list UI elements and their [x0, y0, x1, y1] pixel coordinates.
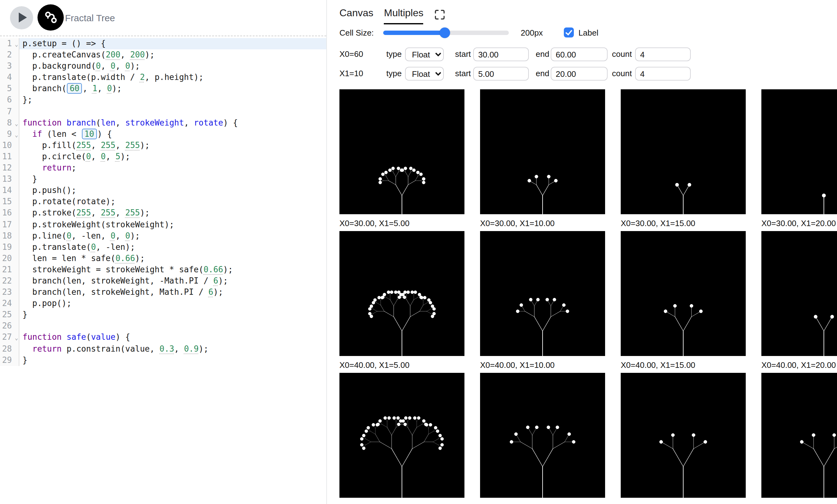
param-type-select[interactable]: Float	[405, 48, 444, 61]
code-line[interactable]: 4 p.translate(p.width / 2, p.height);	[0, 72, 326, 83]
code-line[interactable]: 26	[0, 321, 326, 332]
code-line-text[interactable]: branch(len, strokeWeight, -Math.PI / 6);	[19, 276, 326, 287]
line-number: 24	[0, 298, 19, 309]
code-line[interactable]: 16 p.stroke(255, 255, 255);	[0, 208, 326, 219]
code-line[interactable]: 24 p.pop();	[0, 298, 326, 309]
code-line-text[interactable]	[19, 321, 326, 332]
code-line-text[interactable]: p.translate(p.width / 2, p.height);	[19, 72, 326, 83]
run-button[interactable]	[10, 6, 33, 29]
param-count-input[interactable]	[635, 67, 691, 80]
code-line-text[interactable]: len = len * safe(0.66);	[19, 253, 326, 264]
code-line[interactable]: 10 p.fill(255, 255, 255);	[0, 140, 326, 151]
code-line-text[interactable]: function safe(value) {	[19, 332, 326, 343]
fold-arrow-icon[interactable]: ⌄	[15, 333, 18, 344]
code-line[interactable]: 11 p.circle(0, 0, 5);	[0, 151, 326, 162]
tab-multiples[interactable]: Multiples	[384, 7, 424, 24]
code-line-text[interactable]: }	[19, 354, 326, 366]
code-line-text[interactable]: p.rotate(rotate);	[19, 197, 326, 208]
multiples-cell: X0=30.00, X1=10.00	[480, 89, 605, 228]
tree-canvas	[621, 231, 746, 356]
code-line-text[interactable]: p.pop();	[19, 298, 326, 309]
code-editor[interactable]: 1⌄p.setup = () => {2 p.createCanvas(200,…	[0, 36, 326, 366]
code-line[interactable]: 28 return p.constrain(value, 0.3, 0.9);	[0, 343, 326, 354]
code-line-text[interactable]: p.circle(0, 0, 5);	[19, 151, 326, 162]
code-line[interactable]: 2 p.createCanvas(200, 200);	[0, 49, 326, 60]
code-line[interactable]: 25}	[0, 310, 326, 321]
code-line-text[interactable]: branch(len, strokeWeight, Math.PI / 6);	[19, 287, 326, 298]
code-line-text[interactable]: p.createCanvas(200, 200);	[19, 49, 326, 60]
line-number: 5	[0, 83, 19, 95]
code-line-text[interactable]: return;	[19, 162, 326, 174]
code-line-text[interactable]: p.stroke(255, 255, 255);	[19, 208, 326, 219]
fold-arrow-icon[interactable]: ⌄	[15, 118, 18, 129]
code-line-text[interactable]: p.background(0, 0, 0);	[19, 60, 326, 72]
cell-size-slider[interactable]	[383, 30, 509, 35]
line-number: 12	[0, 162, 19, 174]
param-count-input[interactable]	[635, 48, 691, 61]
multiples-cell: X0=50.00, X1=5.00	[339, 373, 464, 504]
number-scrubber-widget[interactable]: 60	[67, 83, 82, 94]
line-number: 21	[0, 264, 19, 276]
param-type-select[interactable]: Float	[405, 67, 444, 80]
code-line[interactable]: 29}	[0, 354, 326, 366]
code-line[interactable]: 27⌄function safe(value) {	[0, 332, 326, 343]
tab-canvas[interactable]: Canvas	[339, 7, 374, 23]
code-line[interactable]: 20 len = len * safe(0.66);	[0, 253, 326, 264]
code-line[interactable]: 14 p.push();	[0, 185, 326, 196]
code-line-text[interactable]: return p.constrain(value, 0.3, 0.9);	[19, 343, 326, 354]
code-line[interactable]: 22 branch(len, strokeWeight, -Math.PI / …	[0, 276, 326, 287]
code-line-text[interactable]: p.push();	[19, 185, 326, 196]
code-line-text[interactable]: if (len < 10) {	[19, 129, 326, 140]
code-line[interactable]: 12 return;	[0, 162, 326, 174]
view-tabs: Canvas Multiples	[339, 7, 446, 24]
line-number: 19	[0, 241, 19, 253]
code-line[interactable]: 23 branch(len, strokeWeight, Math.PI / 6…	[0, 287, 326, 298]
code-line[interactable]: 7	[0, 106, 326, 117]
code-line-text[interactable]	[19, 106, 326, 117]
code-line-text[interactable]: p.line(0, -len, 0, 0);	[19, 230, 326, 241]
count-label: count	[612, 69, 632, 78]
fold-arrow-icon[interactable]: ⌄	[15, 129, 18, 141]
code-line-text[interactable]: p.strokeWeight(strokeWeight);	[19, 219, 326, 230]
code-line-text[interactable]: function branch(len, strokeWeight, rotat…	[19, 117, 326, 128]
tangle-logo-icon[interactable]	[37, 4, 64, 31]
number-scrubber-widget[interactable]: 10	[82, 129, 96, 139]
param-start-input[interactable]	[473, 67, 529, 80]
code-line-text[interactable]: strokeWeight = strokeWeight * safe(0.66)…	[19, 264, 326, 276]
code-line-text[interactable]: branch(60, 1, 0);	[19, 83, 326, 95]
multiples-grid[interactable]: X0=30.00, X1=5.00X0=30.00, X1=10.00X0=30…	[339, 89, 837, 504]
cell-param-label: X0=40.00, X1=20.00	[761, 360, 837, 370]
line-number: 3	[0, 60, 19, 72]
code-line[interactable]: 9⌄ if (len < 10) {	[0, 129, 326, 140]
cell-param-label: X0=30.00, X1=20.00	[761, 219, 837, 228]
code-line[interactable]: 5 branch(60, 1, 0);	[0, 83, 326, 95]
code-line[interactable]: 19 p.translate(0, -len);	[0, 241, 326, 253]
code-line-text[interactable]: }	[19, 174, 326, 185]
code-line[interactable]: 3 p.background(0, 0, 0);	[0, 60, 326, 72]
code-line[interactable]: 15 p.rotate(rotate);	[0, 197, 326, 208]
code-line-text[interactable]: p.translate(0, -len);	[19, 241, 326, 253]
code-line[interactable]: 1⌄p.setup = () => {	[0, 38, 326, 49]
code-line-text[interactable]: p.fill(255, 255, 255);	[19, 140, 326, 151]
line-number: 8⌄	[0, 117, 19, 128]
play-icon	[19, 13, 27, 22]
count-label: count	[612, 49, 632, 59]
code-line-text[interactable]: };	[19, 95, 326, 106]
cell-param-label: X0=40.00, X1=15.00	[621, 360, 746, 370]
param-end-input[interactable]	[551, 67, 608, 80]
param-end-input[interactable]	[551, 48, 608, 61]
code-line[interactable]: 8⌄function branch(len, strokeWeight, rot…	[0, 117, 326, 128]
param-start-input[interactable]	[473, 48, 529, 61]
code-line[interactable]: 13 }	[0, 174, 326, 185]
code-line[interactable]: 6};	[0, 95, 326, 106]
code-line-text[interactable]: }	[19, 310, 326, 321]
code-line[interactable]: 21 strokeWeight = strokeWeight * safe(0.…	[0, 264, 326, 276]
tree-canvas	[480, 231, 605, 356]
code-line-text[interactable]: p.setup = () => {	[19, 38, 326, 49]
label-checkbox[interactable]	[564, 27, 574, 37]
code-line[interactable]: 18 p.line(0, -len, 0, 0);	[0, 230, 326, 241]
multiples-cell: X0=50.00, X1=10.00	[480, 373, 605, 504]
fold-arrow-icon[interactable]: ⌄	[15, 39, 18, 50]
code-line[interactable]: 17 p.strokeWeight(strokeWeight);	[0, 219, 326, 230]
fullscreen-icon[interactable]	[434, 9, 446, 21]
